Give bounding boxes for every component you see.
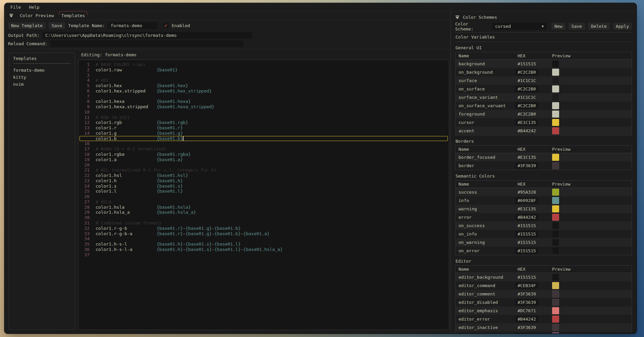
table-row: accent#B44242	[455, 127, 632, 135]
hex-value-field[interactable]: #C2C2B0	[518, 112, 536, 117]
hex-value-field[interactable]: #E1C135	[515, 119, 538, 126]
color-preview-swatch[interactable]	[552, 230, 559, 238]
editing-title: Editing: formats-demo	[78, 52, 449, 60]
tab-color-preview[interactable]: Color Preview	[19, 13, 55, 18]
color-preview-swatch[interactable]	[552, 214, 559, 221]
code-segment-ident: color1.l	[96, 189, 157, 194]
color-preview-swatch[interactable]	[552, 324, 559, 331]
hex-value-field[interactable]: #1C1C1C	[518, 95, 536, 100]
color-scheme-dropdown[interactable]: cursed ▼	[492, 23, 547, 30]
reload-command-input[interactable]	[50, 40, 244, 47]
save-template-button[interactable]: Save	[49, 22, 65, 29]
template-list-item[interactable]: formats-demo	[13, 67, 71, 74]
collapse-down-icon[interactable]	[455, 15, 460, 19]
hex-value-field[interactable]: #3F3639	[515, 299, 538, 306]
menu-item-help[interactable]: Help	[29, 5, 39, 10]
color-preview-swatch[interactable]	[552, 119, 559, 126]
hex-value-field[interactable]: #151515	[518, 275, 536, 280]
hex-value-field[interactable]: #3F3639	[518, 291, 536, 296]
hex-value-field[interactable]: #151515	[518, 240, 536, 245]
scheme-buttons: NewSaveDeleteApply	[551, 23, 632, 30]
line-number: 32	[81, 226, 90, 231]
color-preview-swatch[interactable]	[552, 77, 559, 84]
table-row: on_background#C2C2B0	[455, 68, 632, 76]
color-preview-swatch[interactable]	[552, 332, 559, 333]
hex-value-field[interactable]: #C2C2B0	[515, 69, 538, 75]
hex-value-field[interactable]: #151515	[518, 61, 536, 66]
code-segment-placeholder: {base01.hexa_stripped}	[157, 104, 214, 110]
hex-value-field[interactable]: #151515	[515, 248, 538, 254]
tab-templates[interactable]: Templates	[60, 13, 86, 18]
color-preview-swatch[interactable]	[552, 274, 559, 281]
hex-value-field[interactable]: #3F3639	[515, 162, 538, 169]
scheme-save-button[interactable]: Save	[569, 23, 585, 30]
template-name-input[interactable]	[108, 22, 157, 29]
new-template-button[interactable]: New Template	[8, 22, 46, 29]
hex-value-field[interactable]: #95A328	[518, 190, 536, 195]
hex-value-field[interactable]: #B44242	[515, 316, 538, 322]
code-segment-placeholder: {base01}	[157, 67, 178, 73]
line-number: 13	[81, 125, 90, 131]
color-preview-swatch[interactable]	[552, 189, 559, 196]
code-segment-text: -	[212, 231, 214, 237]
line-number: 21	[81, 167, 90, 173]
hex-value-field[interactable]: #3F3639	[518, 325, 536, 330]
collapse-down-icon[interactable]	[9, 13, 13, 18]
color-preview-swatch[interactable]	[552, 69, 559, 76]
hex-value-field[interactable]: #B44242	[515, 214, 538, 220]
hex-value-field[interactable]: #1C1C1C	[518, 78, 536, 83]
color-name: accent	[459, 128, 518, 133]
color-preview-swatch[interactable]	[552, 282, 559, 289]
template-list-item[interactable]: kitty	[13, 74, 71, 81]
hex-value-field[interactable]: #CEB34F	[515, 282, 538, 289]
table-row: editor_comment#3F3639	[455, 290, 632, 298]
color-preview-swatch[interactable]	[552, 154, 559, 161]
color-name: background	[459, 61, 518, 66]
code-line: 36color1.h-s-l-a{base01.h}-{base01.s}-{b…	[79, 247, 448, 252]
color-preview-swatch[interactable]	[552, 222, 559, 229]
code-segment-placeholder: {base01.rgb}	[157, 120, 188, 125]
hex-value-field[interactable]: #C2C2B0	[515, 103, 538, 109]
line-number: 30	[81, 215, 90, 220]
table-row: on_success#151515	[455, 221, 632, 230]
hex-value-field[interactable]: #86596C	[515, 333, 538, 333]
template-list-item[interactable]: nvim	[13, 81, 71, 88]
color-preview-swatch[interactable]	[552, 290, 559, 297]
color-preview-swatch[interactable]	[552, 316, 559, 323]
color-preview-swatch[interactable]	[552, 239, 559, 246]
color-preview-swatch[interactable]	[552, 94, 559, 101]
hex-value-field[interactable]: #DC7671	[518, 308, 536, 313]
color-preview-swatch[interactable]	[552, 247, 559, 254]
code-line: 13color1.r{base01.r}	[79, 125, 448, 131]
enabled-checkbox[interactable]: ✔	[163, 23, 169, 28]
color-preview-swatch[interactable]	[552, 111, 559, 118]
color-preview-swatch[interactable]	[552, 307, 559, 314]
code-segment-ident: color1.hsl	[96, 173, 157, 178]
color-preview-swatch[interactable]	[552, 102, 559, 109]
color-preview-swatch[interactable]	[552, 60, 559, 67]
scheme-delete-button[interactable]: Delete	[588, 23, 610, 30]
color-preview-swatch[interactable]	[552, 127, 559, 134]
menu-item-file[interactable]: File	[10, 5, 21, 10]
color-preview-swatch[interactable]	[552, 197, 559, 204]
hex-value-field[interactable]: #151515	[515, 231, 538, 237]
code-segment-placeholder: {base01.l}	[157, 189, 183, 194]
toolbar-row-output-path: Output Path:	[5, 31, 450, 40]
template-code-editor[interactable]: 1# BASE COLORS (raw)2color1.raw{base01}3…	[78, 60, 449, 330]
hex-value-field[interactable]: #B44242	[518, 128, 536, 133]
scheme-new-button[interactable]: New	[551, 23, 565, 30]
output-path-input[interactable]	[43, 32, 252, 39]
color-preview-swatch[interactable]	[552, 162, 559, 169]
hex-value-field[interactable]: #E1C135	[518, 206, 536, 211]
hex-value-field[interactable]: #151515	[518, 223, 536, 228]
color-name: error	[459, 215, 518, 220]
hex-value-field[interactable]: #C2C2B0	[515, 86, 538, 92]
color-preview-swatch[interactable]	[552, 85, 559, 92]
scheme-apply-button[interactable]: Apply	[613, 23, 632, 30]
color-schemes-header[interactable]: Color Schemes	[455, 13, 632, 21]
color-preview-swatch[interactable]	[552, 299, 559, 306]
hex-value-field[interactable]: #60928F	[515, 197, 538, 204]
code-line: 4# HEX	[79, 78, 448, 83]
color-preview-swatch[interactable]	[552, 205, 559, 212]
hex-value-field[interactable]: #E1C135	[518, 155, 536, 160]
